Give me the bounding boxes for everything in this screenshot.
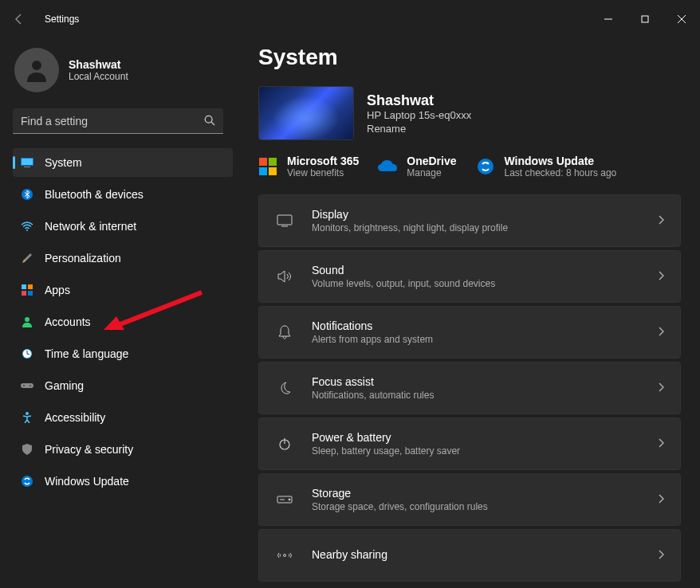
chevron-right-icon	[658, 548, 664, 563]
setting-power[interactable]: Power & battery Sleep, battery usage, ba…	[258, 417, 681, 470]
moon-icon	[275, 378, 294, 398]
setting-title: Display	[312, 208, 658, 221]
sidebar-item-accounts[interactable]: Accounts	[13, 308, 233, 336]
bluetooth-icon	[21, 188, 33, 201]
svg-point-11	[26, 229, 28, 231]
svg-line-6	[211, 122, 214, 125]
service-sub: Last checked: 8 hours ago	[505, 167, 617, 178]
gamepad-icon	[21, 379, 33, 392]
service-sub: Manage	[407, 167, 456, 178]
sidebar-item-bluetooth[interactable]: Bluetooth & devices	[13, 180, 233, 209]
chevron-right-icon	[658, 437, 664, 451]
window-title: Settings	[45, 14, 79, 25]
sidebar-item-personalization[interactable]: Personalization	[13, 244, 233, 272]
nav-label: Accessibility	[45, 411, 105, 424]
svg-rect-13	[28, 284, 33, 289]
setting-title: Notifications	[312, 319, 658, 332]
user-account-type: Local Account	[69, 71, 128, 82]
storage-icon	[275, 490, 294, 509]
svg-rect-15	[28, 291, 33, 296]
setting-sub: Monitors, brightness, night light, displ…	[312, 222, 658, 233]
nav-label: System	[45, 156, 82, 169]
svg-point-34	[284, 555, 286, 557]
user-profile[interactable]: Shashwat Local Account	[13, 45, 233, 108]
service-row: Microsoft 365 View benefits OneDrive Man…	[258, 155, 681, 178]
sidebar-item-privacy[interactable]: Privacy & security	[13, 435, 233, 464]
sound-icon	[275, 267, 294, 286]
svg-rect-8	[22, 159, 33, 165]
chevron-right-icon	[658, 269, 664, 284]
settings-list: Display Monitors, brightness, night ligh…	[258, 194, 681, 582]
sidebar-item-apps[interactable]: Apps	[13, 276, 233, 304]
service-update[interactable]: Windows Update Last checked: 8 hours ago	[476, 155, 617, 178]
svg-point-22	[23, 385, 25, 386]
maximize-button[interactable]	[627, 6, 663, 32]
paintbrush-icon	[21, 252, 33, 265]
onedrive-icon	[378, 157, 397, 176]
service-title: Windows Update	[505, 155, 617, 167]
sidebar-item-time[interactable]: Time & language	[13, 339, 233, 368]
service-title: OneDrive	[407, 155, 456, 167]
chevron-right-icon	[658, 325, 664, 339]
power-icon	[275, 434, 294, 453]
setting-sub: Volume levels, output, input, sound devi…	[312, 278, 658, 289]
setting-sub: Sleep, battery usage, battery saver	[312, 445, 658, 457]
nav-label: Privacy & security	[45, 443, 133, 456]
nav-label: Time & language	[45, 347, 128, 360]
svg-point-32	[289, 499, 290, 500]
setting-title: Sound	[312, 264, 658, 276]
chevron-right-icon	[658, 381, 664, 395]
content-area: System Shashwat HP Laptop 15s-eq0xxx Ren…	[239, 38, 700, 588]
user-name: Shashwat	[69, 58, 128, 71]
close-button[interactable]	[663, 6, 700, 32]
svg-rect-9	[24, 167, 30, 167]
sidebar-item-update[interactable]: Windows Update	[13, 467, 233, 496]
setting-nearby[interactable]: Nearby sharing	[258, 529, 681, 582]
svg-rect-14	[22, 291, 26, 296]
bell-icon	[275, 323, 294, 342]
service-ms365[interactable]: Microsoft 365 View benefits	[258, 155, 359, 178]
setting-sub: Notifications, automatic rules	[312, 390, 658, 401]
system-icon	[21, 156, 33, 169]
setting-title: Focus assist	[312, 375, 658, 388]
sidebar-item-accessibility[interactable]: Accessibility	[13, 403, 233, 432]
back-button[interactable]	[6, 6, 32, 32]
rename-link[interactable]: Rename	[367, 123, 471, 135]
service-title: Microsoft 365	[287, 155, 359, 167]
service-sub: View benefits	[287, 167, 359, 178]
chevron-right-icon	[658, 214, 664, 228]
nav-label: Personalization	[45, 252, 121, 265]
device-header: Shashwat HP Laptop 15s-eq0xxx Rename	[258, 86, 681, 140]
setting-sub: Storage space, drives, configuration rul…	[312, 501, 658, 512]
svg-point-26	[478, 159, 494, 174]
setting-title: Nearby sharing	[312, 548, 658, 561]
setting-storage[interactable]: Storage Storage space, drives, configura…	[258, 473, 681, 526]
svg-point-16	[25, 317, 29, 322]
person-icon	[21, 316, 33, 328]
sidebar-item-system[interactable]: System	[13, 148, 233, 177]
setting-focus[interactable]: Focus assist Notifications, automatic ru…	[258, 362, 681, 414]
svg-point-25	[22, 476, 33, 487]
accessibility-icon	[21, 411, 33, 424]
wifi-icon	[21, 220, 33, 233]
svg-point-4	[32, 61, 41, 70]
setting-notifications[interactable]: Notifications Alerts from apps and syste…	[258, 306, 681, 359]
sidebar-item-network[interactable]: Network & internet	[13, 212, 233, 241]
device-model: HP Laptop 15s-eq0xxx	[367, 109, 471, 121]
device-thumbnail[interactable]	[258, 86, 354, 140]
setting-sound[interactable]: Sound Volume levels, output, input, soun…	[258, 250, 681, 303]
device-name: Shashwat	[367, 92, 471, 109]
svg-point-5	[205, 116, 212, 123]
search-input[interactable]	[13, 108, 223, 134]
sidebar-item-gaming[interactable]: Gaming	[13, 371, 233, 400]
nav-label: Bluetooth & devices	[45, 188, 144, 201]
search-icon	[204, 115, 215, 129]
search-box	[13, 108, 223, 134]
setting-display[interactable]: Display Monitors, brightness, night ligh…	[258, 194, 681, 247]
svg-rect-21	[21, 383, 33, 388]
minimize-button[interactable]	[590, 6, 627, 32]
nearby-icon	[275, 546, 294, 565]
nav-label: Accounts	[45, 316, 91, 328]
service-onedrive[interactable]: OneDrive Manage	[378, 155, 456, 178]
nav-label: Apps	[45, 284, 70, 296]
